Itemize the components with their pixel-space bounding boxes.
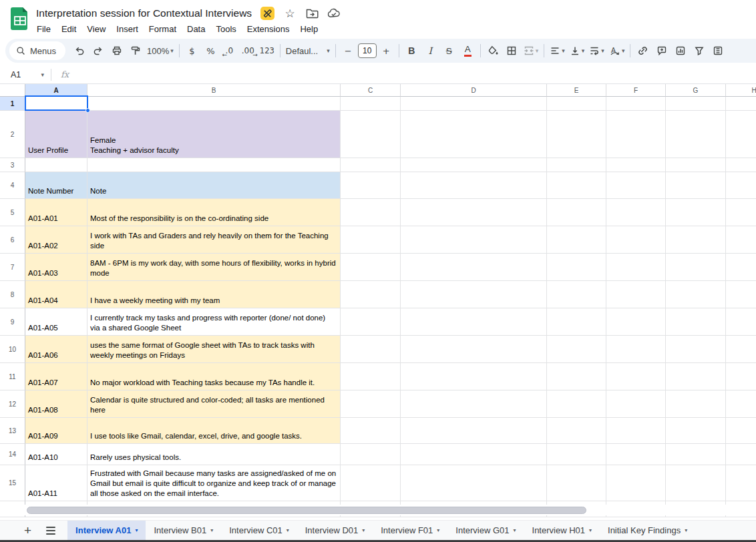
add-sheet-icon[interactable]: + [24, 524, 31, 537]
decrease-decimal-button[interactable]: .0← [220, 42, 238, 59]
cell-D7[interactable] [401, 254, 547, 281]
sheet-tab-interview-c01[interactable]: Interview C01▾ [221, 521, 297, 541]
row-header-13[interactable]: 13 [0, 418, 25, 444]
cell-G3[interactable] [666, 158, 726, 172]
cell-D6[interactable] [401, 226, 547, 254]
font-select[interactable]: Defaul... ▾ [284, 42, 332, 59]
text-color-button[interactable]: A [459, 42, 477, 59]
row-header-12[interactable]: 12 [0, 390, 25, 418]
decrease-font-size-button[interactable]: − [339, 42, 357, 59]
cell-E11[interactable] [547, 363, 606, 390]
insert-link-icon[interactable] [634, 42, 652, 59]
menu-insert[interactable]: Insert [111, 23, 144, 35]
cell-B1[interactable] [87, 97, 341, 111]
cell-A8[interactable]: A01-A04 [25, 281, 87, 308]
cell-F13[interactable] [606, 418, 666, 444]
cell-E9[interactable] [547, 308, 606, 336]
chevron-down-icon[interactable]: ▾ [514, 527, 516, 533]
name-box[interactable]: A1 ▾ [0, 70, 51, 79]
horizontal-scrollbar[interactable] [0, 505, 756, 515]
row-header-7[interactable]: 7 [0, 254, 25, 281]
cell-E8[interactable] [547, 281, 606, 308]
increase-decimal-button[interactable]: .00→ [239, 42, 257, 59]
increase-font-size-button[interactable]: + [377, 42, 395, 59]
cell-C10[interactable] [341, 336, 401, 363]
cell-G4[interactable] [666, 172, 726, 199]
cell-H12[interactable] [726, 390, 756, 418]
cell-B10[interactable]: uses the same format of Google sheet wit… [87, 336, 341, 363]
column-header-D[interactable]: D [401, 84, 547, 97]
chevron-down-icon[interactable]: ▾ [437, 527, 439, 533]
cell-D13[interactable] [401, 418, 547, 444]
cell-C2[interactable] [341, 111, 401, 158]
format-percent-button[interactable]: % [202, 42, 220, 59]
row-header-5[interactable]: 5 [0, 199, 25, 226]
cell-H13[interactable] [726, 418, 756, 444]
cell-G7[interactable] [666, 254, 726, 281]
cell-E12[interactable] [547, 390, 606, 418]
cell-B8[interactable]: I have a weekly meeting with my team [87, 281, 341, 308]
document-title[interactable]: Interpretation session for Contextual In… [36, 7, 252, 19]
menu-data[interactable]: Data [182, 23, 210, 35]
cell-B7[interactable]: 8AM - 6PM is my work day, with some hour… [87, 254, 341, 281]
fill-handle[interactable] [85, 108, 90, 113]
menu-help[interactable]: Help [295, 23, 323, 35]
column-header-E[interactable]: E [547, 84, 606, 97]
cell-A11[interactable]: A01-A07 [25, 363, 87, 390]
all-sheets-icon[interactable] [46, 527, 55, 535]
cell-H11[interactable] [726, 363, 756, 390]
cell-H6[interactable] [726, 226, 756, 254]
chevron-down-icon[interactable]: ▾ [135, 527, 138, 533]
cell-E7[interactable] [547, 254, 606, 281]
cell-F3[interactable] [606, 158, 666, 172]
print-icon[interactable] [108, 42, 126, 59]
cell-A13[interactable]: A01-A09 [25, 418, 87, 444]
cell-F10[interactable] [606, 336, 666, 363]
star-icon[interactable]: ☆ [283, 7, 297, 20]
cell-H5[interactable] [726, 199, 756, 226]
google-sheets-logo-icon[interactable] [11, 7, 29, 31]
sheet-tab-interview-g01[interactable]: Interview G01▾ [447, 521, 524, 541]
cell-B6[interactable]: I work with TAs and Graders and rely hea… [87, 226, 341, 254]
cell-D1[interactable] [401, 97, 547, 111]
cell-B11[interactable]: No major workload with Teaching tasks be… [87, 363, 341, 390]
cell-C7[interactable] [341, 254, 401, 281]
sheet-tab-initial-key-findings[interactable]: Initial Key Findings▾ [600, 521, 695, 541]
cell-B15[interactable]: Frustrated with Gmail because many tasks… [87, 465, 341, 501]
cell-E13[interactable] [547, 418, 606, 444]
merge-cells-button[interactable]: ▾ [522, 42, 541, 59]
cell-C3[interactable] [341, 158, 401, 172]
cell-A3[interactable] [25, 158, 87, 172]
cell-F9[interactable] [606, 308, 666, 336]
menu-format[interactable]: Format [144, 23, 182, 35]
cell-F12[interactable] [606, 390, 666, 418]
chevron-down-icon[interactable]: ▾ [362, 527, 365, 533]
cell-F5[interactable] [606, 199, 666, 226]
cell-D4[interactable] [401, 172, 547, 199]
cell-F15[interactable] [606, 465, 666, 501]
cell-H15[interactable] [726, 465, 756, 501]
cell-B5[interactable]: Most of the responsibility is on the co-… [87, 199, 341, 226]
cell-A10[interactable]: A01-A06 [25, 336, 87, 363]
cell-C13[interactable] [341, 418, 401, 444]
fill-color-icon[interactable] [484, 42, 502, 59]
cell-F1[interactable] [606, 97, 666, 111]
strikethrough-button[interactable]: S [440, 42, 458, 59]
row-header-14[interactable]: 14 [0, 444, 25, 465]
cell-E4[interactable] [547, 172, 606, 199]
cell-H7[interactable] [726, 254, 756, 281]
cell-H14[interactable] [726, 444, 756, 465]
sheet-tab-interview-a01[interactable]: Interview A01▾ [67, 521, 146, 541]
cell-E6[interactable] [547, 226, 606, 254]
cell-D10[interactable] [401, 336, 547, 363]
cell-E15[interactable] [547, 465, 606, 501]
zoom-select[interactable]: 100% ▾ [145, 42, 176, 59]
cell-C4[interactable] [341, 172, 401, 199]
cell-F14[interactable] [606, 444, 666, 465]
cell-C11[interactable] [341, 363, 401, 390]
column-header-H[interactable]: H [726, 84, 756, 97]
cell-G11[interactable] [666, 363, 726, 390]
column-header-G[interactable]: G [666, 84, 726, 97]
cell-H1[interactable] [726, 97, 756, 111]
cell-G12[interactable] [666, 390, 726, 418]
